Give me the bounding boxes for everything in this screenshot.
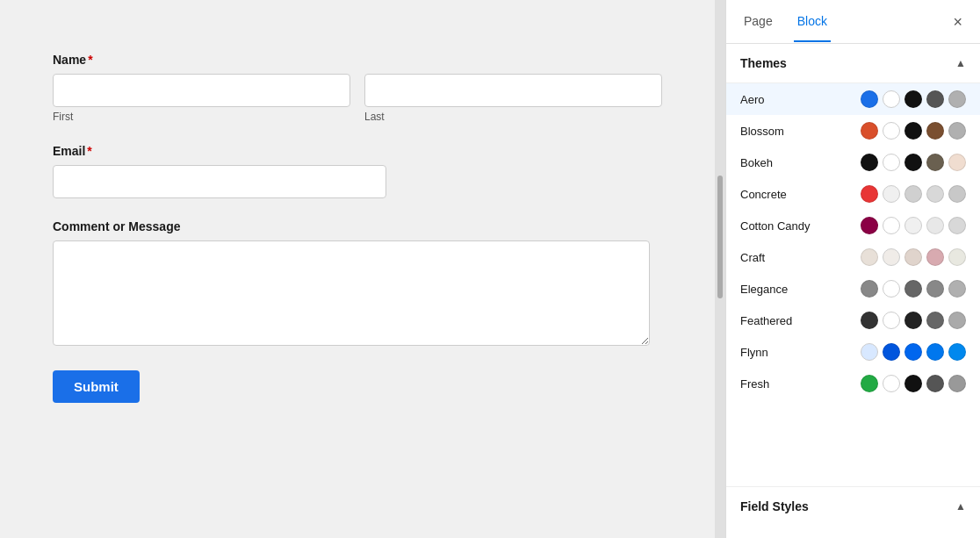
close-button[interactable]: × xyxy=(949,11,966,33)
color-swatch[interactable] xyxy=(948,375,966,392)
color-swatch[interactable] xyxy=(861,185,878,203)
color-swatch[interactable] xyxy=(904,312,922,329)
email-field-group: Email* xyxy=(53,144,662,198)
color-swatch[interactable] xyxy=(904,185,922,203)
color-swatch[interactable] xyxy=(948,154,966,171)
required-indicator: * xyxy=(88,53,92,67)
color-swatches xyxy=(861,122,966,140)
themes-list: AeroBlossomBokehConcreteCotton CandyCraf… xyxy=(726,83,980,486)
theme-name: Flynn xyxy=(740,346,861,359)
color-swatch[interactable] xyxy=(904,217,922,234)
color-swatch[interactable] xyxy=(926,343,944,361)
color-swatches xyxy=(861,343,966,361)
theme-name: Elegance xyxy=(740,283,861,296)
color-swatch[interactable] xyxy=(883,185,900,203)
panel-header: Page Block × xyxy=(726,0,980,44)
color-swatches xyxy=(861,375,966,392)
settings-panel: Page Block × Themes ▲ AeroBlossomBokehCo… xyxy=(725,0,980,538)
color-swatch[interactable] xyxy=(926,375,944,392)
color-swatch[interactable] xyxy=(948,248,966,266)
themes-label: Themes xyxy=(740,56,787,70)
color-swatch[interactable] xyxy=(861,122,878,140)
theme-row[interactable]: Bokeh xyxy=(726,147,980,178)
message-textarea[interactable] xyxy=(53,240,650,346)
theme-row[interactable]: Flynn xyxy=(726,336,980,368)
color-swatch[interactable] xyxy=(861,375,878,392)
message-field-group: Comment or Message xyxy=(53,219,662,349)
color-swatch[interactable] xyxy=(948,280,966,298)
color-swatch[interactable] xyxy=(926,185,944,203)
color-swatch[interactable] xyxy=(861,154,878,171)
color-swatch[interactable] xyxy=(904,154,922,171)
color-swatch[interactable] xyxy=(883,154,900,171)
color-swatch[interactable] xyxy=(861,248,878,266)
color-swatch[interactable] xyxy=(883,122,900,140)
color-swatch[interactable] xyxy=(861,343,878,361)
scroll-thumb[interactable] xyxy=(717,176,723,298)
color-swatch[interactable] xyxy=(883,217,900,234)
color-swatch[interactable] xyxy=(926,312,944,329)
name-row: First Last xyxy=(53,74,662,123)
theme-row[interactable]: Fresh xyxy=(726,368,980,399)
color-swatch[interactable] xyxy=(948,343,966,361)
color-swatch[interactable] xyxy=(904,375,922,392)
color-swatch[interactable] xyxy=(861,312,878,329)
theme-row[interactable]: Elegance xyxy=(726,273,980,305)
color-swatch[interactable] xyxy=(926,280,944,298)
theme-row[interactable]: Aero xyxy=(726,83,980,115)
color-swatch[interactable] xyxy=(948,122,966,140)
theme-name: Blossom xyxy=(740,125,861,138)
field-styles-section: Field Styles ▲ xyxy=(726,486,980,538)
theme-name: Bokeh xyxy=(740,156,861,169)
color-swatch[interactable] xyxy=(861,90,878,108)
color-swatch[interactable] xyxy=(883,280,900,298)
color-swatch[interactable] xyxy=(883,312,900,329)
color-swatch[interactable] xyxy=(883,248,900,266)
color-swatch[interactable] xyxy=(926,248,944,266)
color-swatch[interactable] xyxy=(883,375,900,392)
color-swatches xyxy=(861,312,966,329)
field-styles-chevron-icon[interactable]: ▲ xyxy=(955,500,966,513)
tab-page[interactable]: Page xyxy=(740,2,776,42)
tab-block[interactable]: Block xyxy=(794,2,831,42)
color-swatches xyxy=(861,90,966,108)
color-swatch[interactable] xyxy=(948,312,966,329)
color-swatch[interactable] xyxy=(904,343,922,361)
color-swatch[interactable] xyxy=(883,90,900,108)
color-swatch[interactable] xyxy=(926,154,944,171)
color-swatches xyxy=(861,185,966,203)
color-swatches xyxy=(861,248,966,266)
theme-row[interactable]: Craft xyxy=(726,241,980,273)
email-label: Email* xyxy=(53,144,662,158)
theme-row[interactable]: Feathered xyxy=(726,305,980,336)
color-swatch[interactable] xyxy=(904,122,922,140)
theme-name: Fresh xyxy=(740,377,861,391)
color-swatch[interactable] xyxy=(926,90,944,108)
theme-name: Cotton Candy xyxy=(740,219,861,233)
theme-name: Craft xyxy=(740,251,861,264)
theme-row[interactable]: Blossom xyxy=(726,115,980,147)
color-swatch[interactable] xyxy=(904,280,922,298)
scroll-divider xyxy=(715,0,725,538)
color-swatch[interactable] xyxy=(926,217,944,234)
color-swatch[interactable] xyxy=(948,90,966,108)
first-name-input[interactable] xyxy=(53,74,350,107)
theme-row[interactable]: Cotton Candy xyxy=(726,210,980,241)
color-swatch[interactable] xyxy=(948,185,966,203)
color-swatch[interactable] xyxy=(883,343,900,361)
themes-section-header: Themes ▲ xyxy=(726,44,980,83)
color-swatch[interactable] xyxy=(948,217,966,234)
theme-row[interactable]: Concrete xyxy=(726,178,980,210)
color-swatch[interactable] xyxy=(861,217,878,234)
color-swatch[interactable] xyxy=(926,122,944,140)
color-swatch[interactable] xyxy=(904,248,922,266)
color-swatch[interactable] xyxy=(861,280,878,298)
last-label: Last xyxy=(364,111,662,123)
color-swatch[interactable] xyxy=(904,90,922,108)
form-panel: Name* First Last Email* Comment or Messa… xyxy=(0,0,715,538)
last-name-input[interactable] xyxy=(364,74,662,107)
themes-chevron-icon[interactable]: ▲ xyxy=(955,57,966,69)
email-input[interactable] xyxy=(53,165,386,198)
color-swatches xyxy=(861,217,966,234)
submit-button[interactable]: Submit xyxy=(53,370,140,403)
